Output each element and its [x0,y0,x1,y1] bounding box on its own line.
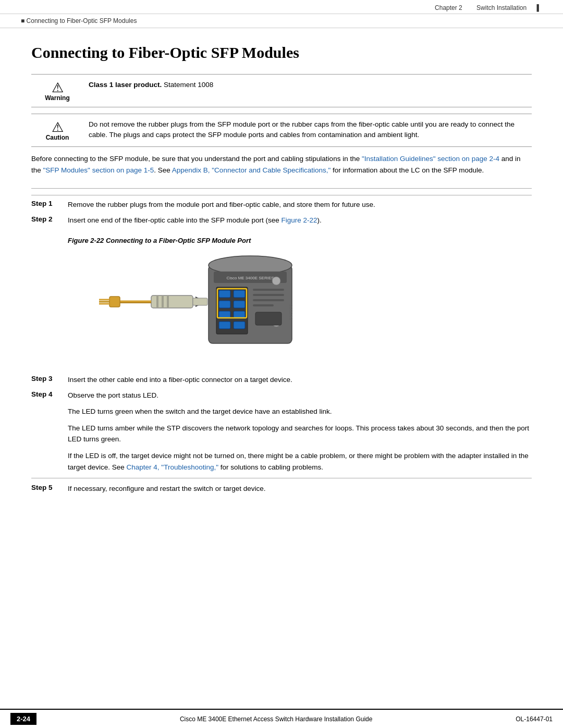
figure-2-22-link[interactable]: Figure 2-22 [282,216,317,224]
intro-text-before-link1: Before connecting to the SFP module, be … [31,155,362,163]
page-footer: 2-24 Cisco ME 3400E Ethernet Access Swit… [0,709,563,728]
step-1-label: Step 1 [31,200,68,207]
caution-text: Do not remove the rubber plugs from the … [83,119,532,141]
figure-caption: Figure 2-22 Connecting to a Fiber-Optic … [68,237,532,244]
svg-rect-17 [253,304,274,306]
header-chapter: Chapter 2 Switch Installation ▐ [432,4,542,11]
step-2-before-link: Insert one end of the fiber-optic cable … [68,216,282,224]
svg-rect-32 [167,295,169,308]
step-5-label: Step 5 [31,484,68,491]
section-label: Switch Installation [476,4,527,11]
figure-svg: Cisco ME 3400E SERIES [89,250,308,364]
svg-rect-6 [234,290,245,298]
step-4-para-1: The LED turns green when the switch and … [68,406,532,417]
chapter-label: Chapter 2 [435,4,462,11]
figure-caption-text: Connecting to a Fiber-Optic SFP Module P… [106,237,251,244]
step-4-row: Step 4 Observe the port status LED. [31,390,532,401]
footer-doc-number: OL-16447-01 [516,715,553,723]
svg-rect-11 [219,322,230,329]
svg-rect-5 [219,290,230,298]
svg-text:Cisco ME 3400E SERIES: Cisco ME 3400E SERIES [226,276,274,280]
warning-block: ⚠ Warning Class 1 laser product. Stateme… [31,74,532,107]
footer-page-number: 2-24 [10,713,36,725]
svg-rect-8 [234,301,245,308]
step-4-para-3-after: for solutions to cabling problems. [218,463,323,471]
warning-label: Warning [45,94,70,102]
step-2-text: Insert one end of the fiber-optic cable … [68,215,532,226]
caution-block: ⚠ Caution Do not remove the rubber plugs… [31,114,532,147]
svg-rect-31 [162,295,164,308]
svg-rect-15 [253,294,284,296]
chapter-4-link[interactable]: Chapter 4, "Troubleshooting," [127,463,218,471]
figure-id-text: 280849 [288,304,293,320]
sfp-modules-link[interactable]: "SFP Modules" section on page 1-5 [43,166,154,174]
installation-guidelines-link[interactable]: "Installation Guidelines" section on pag… [362,155,499,163]
svg-rect-16 [253,299,284,301]
warning-text: Class 1 laser product. Statement 1008 [83,80,532,90]
svg-rect-7 [219,301,230,308]
caution-label-col: ⚠ Caution [31,119,83,141]
step-1-text: Remove the rubber plugs from the module … [68,200,532,210]
svg-rect-20 [255,312,282,325]
step-4-para-3: If the LED is off, the target device mig… [68,450,532,473]
svg-rect-14 [253,289,284,291]
intro-paragraph: Before connecting to the SFP module, be … [31,153,532,176]
svg-point-18 [272,277,280,285]
step-1-row: Step 1 Remove the rubber plugs from the … [31,200,532,210]
warning-label-col: ⚠ Warning [31,80,83,102]
figure-container: Figure 2-22 Connecting to a Fiber-Optic … [68,237,532,364]
step-5-row: Step 5 If necessary, reconfigure and res… [31,478,532,494]
main-content: Connecting to Fiber-Optic SFP Modules ⚠ … [0,28,563,530]
steps-section: Step 1 Remove the rubber plugs from the … [31,195,532,494]
page-header: Chapter 2 Switch Installation ▐ [0,0,563,14]
warning-bold-text: Class 1 laser product. [89,81,162,89]
step-2-label: Step 2 [31,215,68,223]
warning-icon: ⚠ [52,81,64,94]
intro-section: Before connecting to the SFP module, be … [31,153,532,189]
footer-guide-title: Cisco ME 3400E Ethernet Access Switch Ha… [180,715,373,723]
svg-rect-30 [156,295,158,308]
step-5-text: If necessary, reconfigure and restart th… [68,484,532,494]
intro-end-text: for information about the LC on the SFP … [331,166,484,174]
warning-statement: Statement 1008 [162,81,213,89]
caution-label: Caution [46,134,69,141]
step-2-row: Step 2 Insert one end of the fiber-optic… [31,215,532,226]
step-2-after-link: ). [317,216,322,224]
breadcrumb: ■ Connecting to Fiber-Optic SFP Modules [0,14,563,28]
step-4-label: Step 4 [31,390,68,398]
step-3-text: Insert the other cable end into a fiber-… [68,375,532,385]
step-3-row: Step 3 Insert the other cable end into a… [31,375,532,385]
step-3-label: Step 3 [31,375,68,382]
figure-number: Figure 2-22 [68,237,104,244]
appendix-b-link[interactable]: Appendix B, "Connector and Cable Specifi… [172,166,331,174]
svg-rect-12 [234,322,245,329]
svg-rect-26 [109,297,120,307]
step-4-para-2: The LED turns amber while the STP discov… [68,423,532,445]
page-title: Connecting to Fiber-Optic SFP Modules [31,44,532,61]
step-4-text: Observe the port status LED. [68,390,532,401]
figure-image: Cisco ME 3400E SERIES [89,250,308,364]
breadcrumb-text: ■ Connecting to Fiber-Optic SFP Modules [21,17,137,24]
caution-icon: ⚠ [52,120,64,134]
svg-rect-23 [193,298,207,305]
intro-after-link2: . See [154,166,172,174]
